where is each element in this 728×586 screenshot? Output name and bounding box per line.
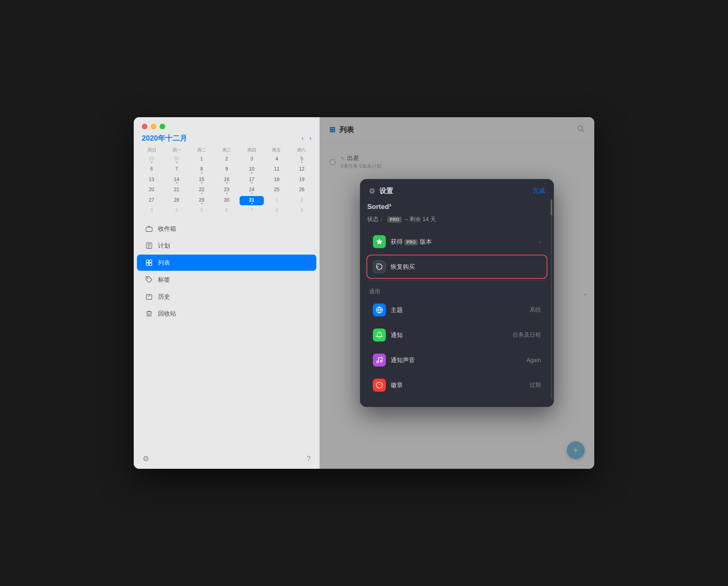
sidebar-item-inbox[interactable]: 收件箱 [137,221,316,237]
svg-rect-2 [146,260,149,263]
settings-done-button[interactable]: 完成 [533,187,545,195]
sidebar-item-label-inbox: 收件箱 [158,225,176,233]
restore-label: 恢复购买 [391,263,541,271]
get-pro-option[interactable]: 获得 PRO 版本 › [367,230,547,253]
sidebar-item-tag[interactable]: 标签 [137,272,316,288]
notification-option[interactable]: 通知 任务及日程 [367,324,547,346]
weekday-wed: 周三 [214,147,239,153]
calendar-day[interactable]: 7 [240,206,264,214]
calendar-day[interactable]: 30 [164,155,189,164]
calendar-day[interactable]: 14 [164,175,189,185]
calendar-day[interactable]: 17 [240,175,264,185]
calendar-day[interactable]: 1 [265,196,289,205]
calendar-day[interactable]: 2 [290,196,314,205]
calendar-day[interactable]: 9 [290,206,314,214]
help-icon[interactable]: ? [307,455,311,463]
sidebar-item-trash[interactable]: 回收站 [137,306,316,322]
maximize-button[interactable] [160,124,165,129]
calendar-day[interactable]: 15 [189,175,214,185]
plan-icon [145,242,153,250]
get-pro-icon [373,235,386,248]
main-content: ⊞ 列表 ↖ 出差 0条任务 0条未计划 + [320,117,594,469]
svg-rect-7 [146,295,152,299]
badge-label: 徽章 [391,382,525,389]
calendar-weekdays: 周日 周一 周二 周三 周四 周五 周六 [139,147,314,153]
notification-sound-option[interactable]: 通知声音 Again [367,349,547,371]
notification-sound-value: Again [526,357,541,363]
calendar-day[interactable]: 18 [265,175,289,185]
settings-gear-icon: ⚙ [369,187,375,196]
calendar-day[interactable]: 2 [215,155,239,164]
calendar-day[interactable]: 24 [240,185,264,195]
badge-value: 过期 [530,382,541,389]
calendar-day[interactable]: 4 [164,206,189,214]
svg-point-13 [380,360,382,363]
next-month-button[interactable]: › [309,135,311,142]
sidebar: 2020年十二月 ‹ › 周日 周一 周二 周三 周四 周五 周六 29 30 … [134,117,320,469]
svg-rect-0 [146,228,152,232]
calendar-day[interactable]: 23 [215,185,239,195]
status-label: 状态： [367,216,384,223]
calendar-day[interactable]: 3 [240,155,264,164]
calendar-day[interactable]: 9 [215,165,239,174]
list-icon [145,259,153,267]
sidebar-item-history[interactable]: 历史 [137,289,316,305]
sidebar-bottom: ⚙ ? [134,449,320,469]
calendar-nav: ‹ › [301,135,311,142]
badge-icon [373,379,386,392]
calendar-day[interactable]: 26 [290,185,314,195]
sidebar-navigation: 收件箱 计划 列表 标签 [134,221,320,449]
sidebar-item-list[interactable]: 列表 [137,255,316,271]
calendar-day[interactable]: 5 [290,155,314,164]
calendar-day[interactable]: 16 [215,175,239,185]
sidebar-item-label-trash: 回收站 [158,310,176,318]
settings-icon[interactable]: ⚙ [143,454,149,463]
app-window: 2020年十二月 ‹ › 周日 周一 周二 周三 周四 周五 周六 29 30 … [134,117,594,469]
calendar-day[interactable]: 10 [240,165,264,174]
calendar-day[interactable]: 28 [164,196,189,205]
calendar-day[interactable]: 29 [189,196,214,205]
calendar-day[interactable]: 21 [164,185,189,195]
history-icon [145,293,153,301]
restore-purchase-option[interactable]: 恢复购买 [367,255,547,278]
calendar-day[interactable]: 30 [215,196,239,205]
minimize-button[interactable] [151,124,156,129]
weekday-fri: 周五 [264,147,289,153]
calendar-day[interactable]: 8 [265,206,289,214]
calendar-day[interactable]: 27 [139,196,164,205]
calendar-day[interactable]: 22 [189,185,214,195]
calendar-day[interactable]: 7 [164,165,189,174]
calendar-day[interactable]: 25 [265,185,289,195]
theme-option[interactable]: 主题 系统 [367,299,547,321]
inbox-icon [145,225,153,233]
calendar-day[interactable]: 12 [290,165,314,174]
close-button[interactable] [142,124,147,129]
sidebar-item-label-history: 历史 [158,293,170,301]
svg-point-6 [147,278,148,278]
calendar-day[interactable]: 6 [215,206,239,214]
svg-rect-5 [149,263,152,266]
get-pro-arrow-icon: › [539,239,541,245]
calendar-day[interactable]: 20 [139,185,164,195]
calendar-day[interactable]: 3 [139,206,164,214]
calendar-day[interactable]: 13 [139,175,164,185]
calendar-day[interactable]: 5 [189,206,214,214]
calendar-day[interactable]: 6 [139,165,164,174]
calendar-title: 2020年十二月 [142,133,187,143]
sidebar-item-label-plan: 计划 [158,242,170,250]
calendar-day[interactable]: 19 [290,175,314,185]
calendar-day[interactable]: 29 [139,155,164,164]
weekday-tue: 周二 [189,147,214,153]
calendar-day-today[interactable]: 31 [240,196,264,205]
badge-option[interactable]: 徽章 过期 [367,374,547,396]
calendar-day[interactable]: 4 [265,155,289,164]
sidebar-item-plan[interactable]: 计划 [137,238,316,254]
calendar-day[interactable]: 8 [189,165,214,174]
get-pro-label: 获得 PRO 版本 [391,238,534,246]
notification-sound-label: 通知声音 [391,356,522,364]
calendar-day[interactable]: 11 [265,165,289,174]
prev-month-button[interactable]: ‹ [301,135,303,142]
status-remaining: – 剩余 14 天 [405,216,436,223]
calendar-day[interactable]: 1 [189,155,214,164]
scrollbar-thumb[interactable] [551,199,552,215]
